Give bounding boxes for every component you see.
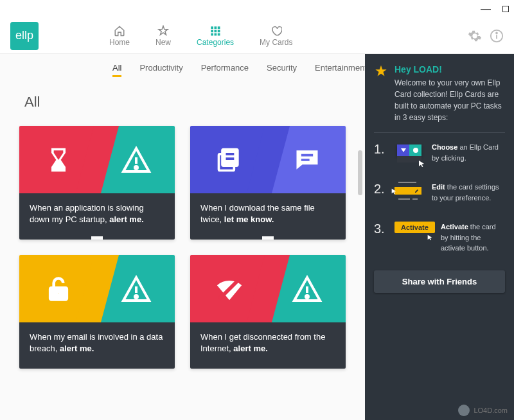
alert-triangle-icon [121,144,152,175]
tab-security[interactable]: Security [267,63,297,77]
choose-card-icon [394,142,424,165]
nav-mycards-label: My Cards [260,38,292,47]
download-icon [458,405,470,416]
svg-rect-14 [222,149,238,166]
card-description: When an application is slowing down my P… [19,193,175,240]
card-description: When I download the same file twice, let… [190,193,346,240]
share-button[interactable]: Share with Friends [374,270,505,293]
logo-text: ellp [15,29,33,42]
card-grid: When an application is slowing down my P… [19,126,346,369]
files-icon [215,146,244,174]
card-duplicate-download[interactable]: When I download the same file twice, let… [190,126,346,240]
nav-mycards[interactable]: My Cards [260,25,292,47]
tab-all[interactable]: All [112,63,121,77]
activate-badge: Activate [394,222,435,233]
main-nav: Home New Categories My Cards [109,25,468,47]
section-title: All [24,94,346,110]
svg-point-11 [496,32,497,33]
main-content: All Productivity Performance Security En… [0,54,365,420]
alert-triangle-icon [121,274,152,304]
svg-rect-4 [215,30,217,32]
nav-categories[interactable]: Categories [197,25,234,47]
heart-icon [270,25,282,37]
hourglass-icon [44,146,73,174]
scrollbar-thumb[interactable] [358,150,362,195]
welcome-text: Welcome to your very own Ellp Card colle… [394,77,505,123]
onboarding-sidebar: Hey LOAD! Welcome to your very own Ellp … [365,54,514,420]
welcome-title: Hey LOAD! [394,64,505,74]
wifi-off-icon [215,274,244,304]
step-1: 1. Choose an Ellp Card by clicking. [374,142,505,165]
card-description: When I get disconnected from the Interne… [190,322,346,369]
header-actions [468,29,504,43]
home-icon [114,25,125,37]
step-number: 1. [374,142,387,157]
step-text: Activate the card by hitting the activat… [441,222,505,254]
nav-home[interactable]: Home [109,25,130,47]
card-internet-disconnect[interactable]: When I get disconnected from the Interne… [190,255,346,369]
unlock-icon [44,275,73,303]
svg-rect-3 [211,30,213,32]
category-tabs: All Productivity Performance Security En… [19,54,346,89]
tab-entertainment[interactable]: Entertainment [315,63,365,77]
step-text: Choose an Ellp Card by clicking. [432,142,505,163]
activate-card-icon: Activate [394,222,433,245]
svg-rect-8 [218,33,220,35]
nav-new[interactable]: New [155,25,171,47]
svg-rect-6 [211,33,213,35]
watermark-text: LO4D.com [474,407,508,414]
svg-point-21 [57,292,60,295]
window-titlebar: — [0,0,514,18]
gear-icon[interactable] [468,29,482,43]
welcome-block: Hey LOAD! Welcome to your very own Ellp … [374,64,505,133]
tab-performance[interactable]: Performance [201,63,249,77]
nav-categories-label: Categories [197,38,234,47]
card-description: When my email is involved in a data brea… [19,322,175,369]
step-3: 3. Activate Activate the card by hitting… [374,222,505,254]
edit-card-icon [394,182,424,205]
card-startup-slow[interactable]: When an application is slowing down my P… [19,126,175,240]
nav-new-label: New [155,38,171,47]
info-icon[interactable] [490,29,504,43]
svg-point-13 [135,166,137,169]
svg-rect-1 [215,26,217,29]
step-2: 2. Edit the card settings to your prefer… [374,182,505,205]
star-filled-icon [374,64,388,78]
svg-point-26 [306,295,308,298]
svg-rect-0 [211,26,213,29]
minimize-button[interactable]: — [481,3,491,15]
step-text: Edit the card settings to your preferenc… [432,182,505,203]
svg-point-23 [135,295,137,298]
nav-home-label: Home [109,38,130,47]
step-number: 3. [374,222,387,236]
star-icon [157,25,169,37]
watermark: LO4D.com [458,405,508,416]
app-header: ellp Home New Categories My Cards [0,18,514,54]
svg-rect-2 [218,26,220,29]
svg-rect-7 [215,33,217,35]
chat-icon [293,146,321,174]
card-data-breach[interactable]: When my email is involved in a data brea… [19,255,175,369]
svg-rect-5 [218,30,220,32]
alert-triangle-icon [292,274,323,304]
maximize-button[interactable] [502,6,509,12]
step-number: 2. [374,182,387,197]
app-logo: ellp [10,22,39,50]
tab-productivity[interactable]: Productivity [139,63,182,77]
grid-icon [209,25,221,37]
